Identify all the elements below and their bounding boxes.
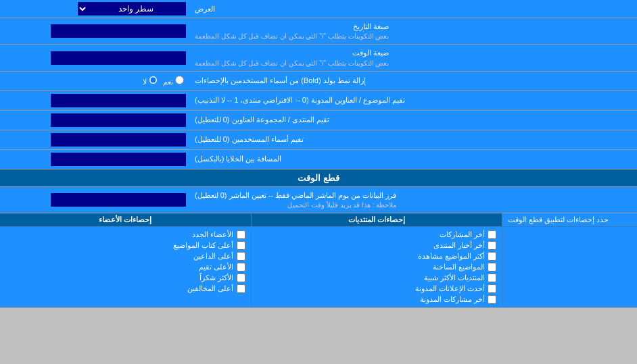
- members-cb-label-3: الأعلى تقيم: [199, 263, 233, 271]
- distance-label-text: المسافة بين الخلايا (بالبكسل): [195, 154, 282, 164]
- members-cb-label-2: أعلى الداعين: [193, 252, 233, 261]
- checkboxes-body: أخر المشاركات أخر أخبار المنتدى أكثر الم…: [0, 227, 637, 307]
- bold-remove-label: إزالة نمط بولد (Bold) من أسماء المستخدمي…: [189, 72, 637, 90]
- posts-cb-5[interactable]: [488, 284, 496, 293]
- members-cb-1[interactable]: [237, 241, 245, 250]
- distance-row: المسافة بين الخلايا (بالبكسل) 2: [0, 150, 637, 170]
- usernames-order-label-text: تقيم أسماء المستخدمين (0 للتعطيل): [195, 134, 304, 145]
- forum-order-label-text: تقيم المنتدى / المجموعة العناوين (0 للتع…: [195, 115, 329, 125]
- date-format-input-cell: d-m: [0, 18, 189, 44]
- time-format-input[interactable]: H:i: [51, 51, 186, 65]
- topics-order-input-cell: 33: [0, 91, 189, 110]
- radio-yes-text: نعم: [163, 78, 173, 86]
- topics-order-input[interactable]: 33: [51, 94, 186, 107]
- usernames-order-row: تقيم أسماء المستخدمين (0 للتعطيل) 0: [0, 130, 637, 150]
- list-item: أخر المشاركات: [257, 230, 497, 239]
- forum-order-input-cell: 33: [0, 111, 189, 130]
- posts-cb-6[interactable]: [488, 295, 496, 304]
- list-item: أخر أخبار المنتدى: [257, 241, 497, 250]
- display-label-text: العرض: [195, 5, 215, 14]
- topics-order-label: تقيم الموضوع / العناوين المدونة (0 -- ال…: [189, 91, 637, 110]
- posts-checkbox-col: أخر المشاركات أخر أخبار المنتدى أكثر الم…: [251, 229, 502, 305]
- col-header-members: إحصاءات الأعضاء: [0, 213, 251, 226]
- cutoff-section-header: قطع الوقت: [0, 170, 637, 187]
- list-item: الأكثر شكراً: [5, 274, 245, 282]
- posts-cb-1[interactable]: [488, 241, 496, 250]
- members-cb-label-5: أعلى المخالفين: [187, 284, 233, 293]
- usernames-order-input[interactable]: 0: [51, 133, 186, 147]
- checkboxes-header-row: حدد إحصاءات لتطبيق قطع الوقت إحصاءات الم…: [0, 213, 637, 227]
- apply-stats-empty-cell: [502, 229, 637, 305]
- bold-yes-radio[interactable]: [175, 76, 184, 84]
- cutoff-days-line1: فرز البيانات من يوم الماشر الماضي فقط --…: [195, 190, 396, 201]
- display-input-cell: سطر واحد سطران ثلاثة أسطر: [0, 0, 189, 18]
- forum-order-input[interactable]: 33: [51, 113, 186, 127]
- topics-order-label-text: تقيم الموضوع / العناوين المدونة (0 -- ال…: [195, 95, 405, 105]
- col-header-members-text: إحصاءات الأعضاء: [99, 215, 151, 224]
- list-item: أخر مشاركات المدونة: [257, 295, 497, 304]
- col-header-posts-text: إحصاءات المنتديات: [348, 215, 405, 224]
- date-format-sub: بعض التكوينات يتطلب "/" التي يمكن ان تضا…: [195, 32, 389, 41]
- topics-order-row: تقيم الموضوع / العناوين المدونة (0 -- ال…: [0, 91, 637, 111]
- members-cb-label-1: أعلى كتاب المواضيع: [173, 241, 233, 250]
- bold-remove-label-text: إزالة نمط بولد (Bold) من أسماء المستخدمي…: [195, 76, 366, 86]
- posts-cb-2[interactable]: [488, 252, 496, 261]
- list-item: المنتديات الأكثر شبية: [257, 274, 497, 282]
- list-item: الأعضاء الجدد: [5, 230, 245, 239]
- col-header-posts: إحصاءات المنتديات: [251, 213, 502, 226]
- distance-input-cell: 2: [0, 150, 189, 169]
- time-format-title: صيغة الوقت: [195, 48, 389, 58]
- members-cb-0[interactable]: [237, 230, 245, 239]
- distance-label: المسافة بين الخلايا (بالبكسل): [189, 150, 637, 169]
- checkboxes-section: حدد إحصاءات لتطبيق قطع الوقت إحصاءات الم…: [0, 213, 637, 308]
- members-checkbox-col: الأعضاء الجدد أعلى كتاب المواضيع أعلى ال…: [0, 229, 251, 305]
- cutoff-days-input[interactable]: 0: [51, 193, 186, 207]
- members-cb-3[interactable]: [237, 263, 245, 271]
- posts-cb-label-1: أخر أخبار المنتدى: [433, 241, 485, 250]
- list-item: أعلى كتاب المواضيع: [5, 241, 245, 250]
- cutoff-days-line2: ملاحظة : هذا قد يزيد قليلاً وقت التحميل: [195, 201, 396, 210]
- time-format-label: صيغة الوقت بعض التكوينات يتطلب "/" التي …: [189, 45, 637, 70]
- members-cb-2[interactable]: [237, 252, 245, 261]
- list-item: أعلى الداعين: [5, 252, 245, 261]
- distance-input[interactable]: 2: [51, 153, 186, 166]
- members-cb-5[interactable]: [237, 284, 245, 293]
- display-label: العرض: [189, 0, 637, 18]
- posts-cb-4[interactable]: [488, 274, 496, 282]
- date-format-label: صيغة التاريخ بعض التكوينات يتطلب "/" الت…: [189, 18, 637, 44]
- bold-remove-radio-cell: نعم لا: [0, 72, 189, 90]
- cutoff-days-row: فرز البيانات من يوم الماشر الماضي فقط --…: [0, 187, 637, 213]
- radio-yes-label: نعم: [163, 76, 184, 86]
- cutoff-days-input-cell: 0: [0, 187, 189, 213]
- posts-cb-3[interactable]: [488, 263, 496, 271]
- list-item: أكثر المواضيع مشاهدة: [257, 252, 497, 261]
- posts-cb-label-3: المواضيع الساخنة: [433, 263, 485, 271]
- usernames-order-label: تقيم أسماء المستخدمين (0 للتعطيل): [189, 130, 637, 149]
- bold-no-radio[interactable]: [149, 76, 158, 84]
- members-cb-label-0: الأعضاء الجدد: [192, 230, 233, 239]
- posts-cb-label-0: أخر المشاركات: [440, 230, 485, 239]
- display-row: العرض سطر واحد سطران ثلاثة أسطر: [0, 0, 637, 18]
- forum-order-row: تقيم المنتدى / المجموعة العناوين (0 للتع…: [0, 111, 637, 130]
- apply-stats-label-cell: حدد إحصاءات لتطبيق قطع الوقت: [502, 213, 637, 226]
- posts-cb-label-2: أكثر المواضيع مشاهدة: [418, 252, 485, 261]
- bold-remove-row: إزالة نمط بولد (Bold) من أسماء المستخدمي…: [0, 72, 637, 91]
- time-format-sub: بعض التكوينات يتطلب "/" التي يمكن ان تضا…: [195, 59, 389, 68]
- date-format-input[interactable]: d-m: [51, 24, 186, 38]
- posts-cb-label-5: أحدث الإعلانات المدونة: [415, 284, 485, 293]
- cutoff-days-label: فرز البيانات من يوم الماشر الماضي فقط --…: [189, 187, 637, 213]
- posts-cb-label-6: أخر مشاركات المدونة: [420, 295, 485, 304]
- members-cb-4[interactable]: [237, 274, 245, 282]
- radio-no-text: لا: [143, 78, 147, 86]
- posts-cb-0[interactable]: [488, 230, 496, 239]
- usernames-order-input-cell: 0: [0, 130, 189, 149]
- apply-stats-label-text: حدد إحصاءات لتطبيق قطع الوقت: [508, 215, 609, 224]
- date-format-title: صيغة التاريخ: [195, 22, 389, 32]
- forum-order-label: تقيم المنتدى / المجموعة العناوين (0 للتع…: [189, 111, 637, 130]
- posts-cb-label-4: المنتديات الأكثر شبية: [424, 274, 485, 282]
- display-dropdown[interactable]: سطر واحد سطران ثلاثة أسطر: [78, 2, 186, 16]
- list-item: أحدث الإعلانات المدونة: [257, 284, 497, 293]
- time-format-row: صيغة الوقت بعض التكوينات يتطلب "/" التي …: [0, 45, 637, 71]
- time-format-input-cell: H:i: [0, 45, 189, 70]
- date-format-row: صيغة التاريخ بعض التكوينات يتطلب "/" الت…: [0, 18, 637, 45]
